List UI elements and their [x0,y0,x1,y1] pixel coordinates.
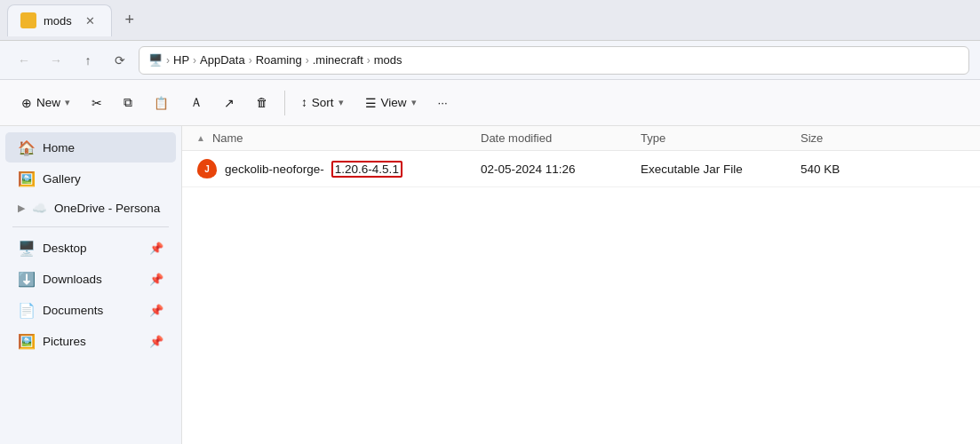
breadcrumb-mods: mods [374,53,402,67]
tab-close-button[interactable]: ✕ [83,12,99,28]
file-list: ▲ Name Date modified Type Size J geckoli… [182,126,980,444]
file-name-cell: J geckolib-neoforge-1.20.6-4.5.1 [196,158,481,179]
pin-icon-downloads: 📌 [149,273,163,286]
sort-button[interactable]: ↕ Sort ▾ [292,91,353,114]
jar-file-icon: J [196,158,218,179]
sidebar-item-home[interactable]: 🏠 Home [5,132,176,163]
sidebar-item-gallery[interactable]: 🖼️ Gallery [5,163,176,194]
address-bar: ← → ↑ ⟳ 🖥️ › HP › AppData › Roaming › .m… [0,41,980,80]
file-list-header: ▲ Name Date modified Type Size [182,126,980,151]
toolbar-separator [284,91,285,115]
column-header-type[interactable]: Type [641,131,801,145]
breadcrumb-hp: HP [173,53,189,67]
refresh-button[interactable]: ⟳ [107,47,133,74]
tab-mods[interactable]: mods ✕ [7,4,112,36]
pin-icon-pictures: 📌 [149,335,163,348]
breadcrumb[interactable]: 🖥️ › HP › AppData › Roaming › .minecraft… [139,46,969,75]
toolbar: ⊕ New ▾ ✂ ⧉ 📋 Ａ ↗ 🗑 ↕ Sort ▾ ☰ View ▾ ··… [0,80,980,126]
paste-icon: 📋 [154,96,169,110]
downloads-icon: ⬇️ [18,270,36,288]
paste-button[interactable]: 📋 [145,91,178,115]
sidebar-item-downloads[interactable]: ⬇️ Downloads 📌 [5,264,176,294]
up-button[interactable]: ↑ [75,47,101,74]
rename-button[interactable]: Ａ [181,91,211,115]
tab-folder-icon [20,12,36,28]
sort-chevron-icon: ▾ [339,97,344,108]
breadcrumb-computer-icon: 🖥️ [148,53,163,67]
sidebar-expand-icon: ▶ [18,202,25,214]
column-header-name[interactable]: ▲ Name [196,131,481,145]
gallery-icon: 🖼️ [18,170,36,187]
sidebar-item-documents-label: Documents [43,304,103,317]
file-name-prefix: geckolib-neoforge- [225,163,324,176]
tab-title: mods [44,14,72,28]
share-button[interactable]: ↗ [215,91,243,115]
file-version-highlighted: 1.20.6-4.5.1 [331,161,402,178]
back-button[interactable]: ← [11,47,37,74]
sidebar-item-onedrive[interactable]: ▶ ☁️ OneDrive - Persona [5,194,176,221]
share-icon: ↗ [224,96,235,110]
pin-icon: 📌 [149,242,163,255]
new-icon: ⊕ [21,96,32,110]
pin-icon-documents: 📌 [149,304,163,317]
home-icon: 🏠 [18,139,36,156]
sidebar-item-home-label: Home [43,141,75,155]
desktop-icon: 🖥️ [18,239,36,257]
table-row[interactable]: J geckolib-neoforge-1.20.6-4.5.1 02-05-2… [182,151,980,187]
sidebar-item-gallery-label: Gallery [43,172,81,186]
sidebar-item-documents[interactable]: 📄 Documents 📌 [5,295,176,325]
cut-button[interactable]: ✂ [83,91,111,115]
breadcrumb-roaming: Roaming [256,53,302,67]
forward-button[interactable]: → [43,47,69,74]
cut-icon: ✂ [92,96,102,110]
sidebar-item-downloads-label: Downloads [43,273,102,286]
delete-button[interactable]: 🗑 [247,91,277,114]
more-icon: ··· [438,96,448,109]
column-header-date[interactable]: Date modified [481,131,641,145]
more-button[interactable]: ··· [429,91,457,114]
sidebar: 🏠 Home 🖼️ Gallery ▶ ☁️ OneDrive - Person… [0,126,182,444]
new-label: New [36,96,60,109]
copy-icon: ⧉ [123,96,132,110]
sidebar-item-pictures[interactable]: 🖼️ Pictures 📌 [5,326,176,356]
title-bar: mods ✕ + [0,0,980,41]
main-area: 🏠 Home 🖼️ Gallery ▶ ☁️ OneDrive - Person… [0,126,980,444]
documents-icon: 📄 [18,301,36,319]
view-label: View [381,96,407,109]
view-chevron-icon: ▾ [411,97,417,108]
sidebar-item-pictures-label: Pictures [43,335,86,348]
column-header-size[interactable]: Size [801,131,889,145]
sidebar-divider [12,226,169,227]
view-icon: ☰ [365,96,377,110]
sidebar-item-desktop[interactable]: 🖥️ Desktop 📌 [5,233,176,263]
new-chevron-icon: ▾ [65,97,70,108]
view-button[interactable]: ☰ View ▾ [356,91,426,115]
sidebar-item-desktop-label: Desktop [43,242,87,255]
sort-icon: ↕ [301,96,307,109]
onedrive-icon: ☁️ [32,201,47,215]
sort-label: Sort [312,96,334,109]
col-sort-arrow: ▲ [196,133,205,143]
rename-icon: Ａ [190,95,203,111]
breadcrumb-appdata: AppData [200,53,245,67]
breadcrumb-minecraft: .minecraft [313,53,363,67]
file-date-modified: 02-05-2024 11:26 [481,163,641,176]
sidebar-item-onedrive-label: OneDrive - Persona [54,202,160,215]
file-type: Executable Jar File [641,163,801,176]
new-button[interactable]: ⊕ New ▾ [12,91,79,115]
pictures-icon: 🖼️ [18,332,36,350]
copy-button[interactable]: ⧉ [115,91,141,115]
file-size: 540 KB [801,163,889,176]
new-tab-button[interactable]: + [117,8,142,33]
delete-icon: 🗑 [256,96,268,109]
